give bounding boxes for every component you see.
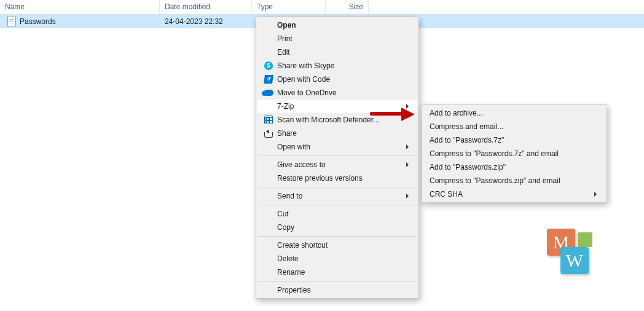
site-watermark-logo: M W [547,229,596,278]
column-header-size[interactable]: Size [326,0,369,14]
submenu-item-compress-email[interactable]: Compress and email... [423,120,605,133]
share-icon [264,129,273,138]
menu-item-restore-previous[interactable]: Restore previous versions [257,171,417,185]
menu-item-send-to[interactable]: Send to [257,189,417,203]
menu-item-share[interactable]: Share [257,127,417,140]
menu-separator [258,281,417,281]
menu-item-open[interactable]: Open [257,18,417,32]
submenu-item-add-archive[interactable]: Add to archive... [423,106,605,120]
text-file-icon [7,17,16,26]
column-header-row: Name Date modified Type Size [0,0,644,15]
submenu-7zip: Add to archive... Compress and email... … [422,104,607,203]
menu-item-share-skype[interactable]: SShare with Skype [257,59,417,73]
submenu-item-add-zip[interactable]: Add to "Passwords.zip" [423,160,605,174]
menu-item-cut[interactable]: Cut [257,207,417,221]
file-name: Passwords [20,17,56,26]
menu-item-edit[interactable]: Edit [257,45,417,59]
menu-separator [258,187,417,187]
menu-item-print[interactable]: Print [257,32,417,45]
menu-item-delete[interactable]: Delete [257,252,417,266]
menu-item-rename[interactable]: Rename [257,266,417,279]
column-header-type[interactable]: Type [252,0,326,14]
menu-separator [258,156,417,156]
skype-icon: S [264,61,273,70]
column-header-date[interactable]: Date modified [160,0,252,14]
menu-separator [258,205,417,205]
menu-item-defender[interactable]: Scan with Microsoft Defender... [257,113,417,127]
submenu-item-crc-sha[interactable]: CRC SHA [423,187,605,201]
context-menu: Open Print Edit SShare with Skype ⧩Open … [256,17,419,299]
menu-item-create-shortcut[interactable]: Create shortcut [257,238,417,252]
menu-item-open-with[interactable]: Open with [257,140,417,154]
menu-item-copy[interactable]: Copy [257,221,417,234]
menu-item-move-onedrive[interactable]: Move to OneDrive [257,86,417,100]
file-date: 24-04-2023 22:32 [160,16,252,27]
vscode-icon: ⧩ [264,75,273,84]
defender-icon [264,116,273,124]
menu-item-give-access[interactable]: Give access to [257,158,417,171]
submenu-item-add-7z[interactable]: Add to "Passwords.7z" [423,133,605,147]
onedrive-icon [264,90,273,96]
submenu-item-compress-7z-email[interactable]: Compress to "Passwords.7z" and email [423,147,605,160]
menu-item-7zip[interactable]: 7-Zip [257,100,417,113]
column-header-name[interactable]: Name [0,0,160,14]
menu-separator [258,236,417,237]
menu-item-open-code[interactable]: ⧩Open with Code [257,73,417,86]
menu-item-properties[interactable]: Properties [257,283,417,297]
submenu-item-compress-zip-email[interactable]: Compress to "Passwords.zip" and email [423,174,605,187]
